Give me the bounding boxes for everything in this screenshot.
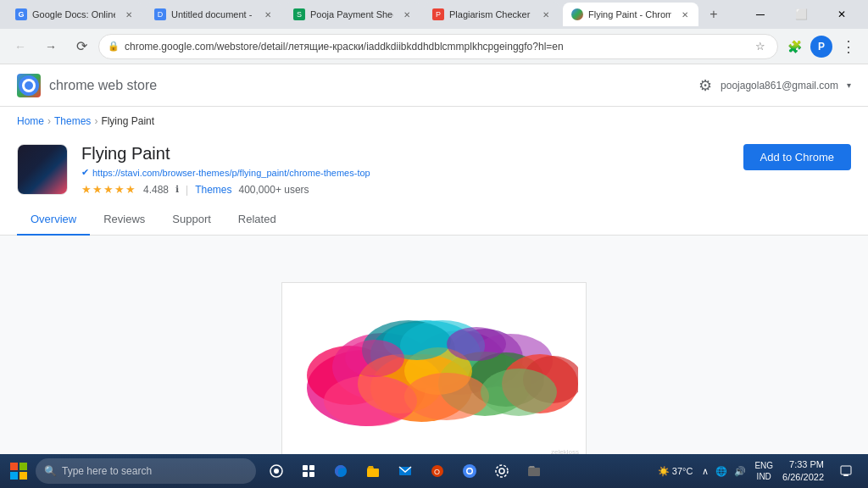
tab-support[interactable]: Support [159,204,225,236]
svg-rect-26 [10,463,18,470]
tab-overview[interactable]: Overview [17,204,90,236]
settings-taskbar-icon [494,463,509,479]
profile-button[interactable]: P [809,34,834,59]
taskbar-right: ☀️ 37°C ∧ 🌐 🔊 ENG IND 7:33 PM 6/26/2022 [654,456,865,486]
tab-related[interactable]: Related [225,204,290,236]
svg-rect-27 [19,463,27,470]
extension-icon-image [18,145,67,194]
folder-button[interactable] [519,456,549,486]
svg-point-2 [25,81,33,90]
tab-label-untitled: Untitled document - Google... [171,9,254,19]
network-icon[interactable]: 🌐 [713,464,730,479]
tab-flying-paint[interactable]: Flying Paint - Chrome Web S... ✕ [563,3,698,26]
svg-rect-46 [841,466,851,474]
cws-header: chrome web store ⚙ poojagola861@gmail.co… [0,64,868,107]
language-indicator[interactable]: ENG IND [752,460,776,482]
tab-google-docs[interactable]: G Google Docs: Online Docum... ✕ [7,3,142,26]
weather-icon: ☀️ [658,466,670,477]
mail-icon [398,463,413,479]
breadcrumb-themes[interactable]: Themes [54,115,91,127]
folder-icon [526,463,542,479]
new-tab-button[interactable]: + [702,3,726,26]
tab-label-pooja: Pooja Payment Sheet - Goo... [310,9,393,19]
office-icon: O [430,463,445,479]
breadcrumb-home[interactable]: Home [17,115,44,127]
svg-point-42 [468,469,472,474]
settings-icon[interactable]: ⚙ [698,76,712,95]
notification-button[interactable] [831,456,861,486]
tab-label-plagiarism: Plagiarism Checker - Free &... [449,9,532,19]
menu-button[interactable]: ⋮ [836,34,861,59]
taskview-button[interactable] [261,456,292,486]
tab-label-flying-paint: Flying Paint - Chrome Web S... [588,9,671,19]
taskbar-search-placeholder: Type here to search [62,465,152,477]
extensions-button[interactable]: 🧩 [782,34,807,59]
screenshot-container: zelekloss [281,282,587,460]
svg-point-44 [496,465,508,477]
minimize-button[interactable]: ─ [741,0,780,29]
back-button[interactable]: ← [7,33,34,60]
mail-button[interactable] [390,456,420,486]
extension-url-text: https://stavi.com/browser-themes/p/flyin… [92,168,370,178]
tab-close-untitled[interactable]: ✕ [263,9,273,20]
taskbar-search-icon: 🔍 [44,465,57,477]
svg-point-31 [274,469,279,474]
user-email[interactable]: poojagola861@gmail.com [721,80,838,92]
notification-icon [840,465,852,477]
close-button[interactable]: ✕ [822,0,861,29]
settings-taskbar-button[interactable] [487,456,517,486]
language-text: ENG [754,460,773,471]
user-dropdown-arrow[interactable]: ▾ [847,80,851,90]
taskbar-icons: O [261,456,549,486]
breadcrumb: Home › Themes › Flying Paint [0,107,868,136]
svg-point-25 [345,340,404,377]
rating-info-icon[interactable]: ℹ [175,184,179,195]
extension-tabs: Overview Reviews Support Related [0,204,868,236]
content-area: zelekloss [0,236,868,488]
rating-count: 4.488 [143,184,169,196]
add-to-chrome-button[interactable]: Add to Chrome [743,144,851,170]
cws-logo-text: chrome web store [49,78,157,93]
forward-button[interactable]: → [37,33,64,60]
file-explorer-button[interactable] [358,456,388,486]
extension-url[interactable]: ✔ https://stavi.com/browser-themes/p/fly… [81,167,730,178]
edge-button[interactable] [326,456,356,486]
extension-detail: Flying Paint ✔ https://stavi.com/browser… [0,136,868,204]
maximize-button[interactable]: ⬜ [782,0,821,29]
extension-info: Flying Paint ✔ https://stavi.com/browser… [81,144,730,196]
lock-icon: 🔒 [108,41,120,52]
tab-close-plagiarism[interactable]: ✕ [541,9,551,20]
svg-point-43 [499,469,504,474]
tab-pooja-sheet[interactable]: S Pooja Payment Sheet - Goo... ✕ [285,3,420,26]
profile-avatar[interactable]: P [810,36,832,58]
start-button[interactable] [3,456,34,486]
taskbar-search-box[interactable]: 🔍 Type here to search [36,458,256,484]
clock[interactable]: 7:33 PM 6/26/2022 [779,458,827,485]
taskview-icon [269,463,284,479]
reload-button[interactable]: ⟳ [68,33,95,60]
volume-icon[interactable]: 🔊 [732,464,748,479]
star-icon[interactable]: ☆ [752,40,769,53]
svg-text:O: O [434,468,440,476]
show-hidden-icons-button[interactable]: ∧ [699,464,711,479]
tab-plagiarism[interactable]: P Plagiarism Checker - Free &... ✕ [424,3,559,26]
address-right-icons: ☆ [752,40,769,53]
tab-favicon-untitled: D [154,8,166,20]
weather-widget[interactable]: ☀️ 37°C [654,466,697,477]
date-display: 6/26/2022 [782,471,824,484]
tab-reviews[interactable]: Reviews [90,204,159,236]
cws-logo-icon [17,74,41,97]
widgets-button[interactable] [293,456,324,486]
chrome-button[interactable] [454,456,485,486]
svg-point-22 [481,369,557,416]
office-button[interactable]: O [422,456,453,486]
system-tray: ∧ 🌐 🔊 [699,464,748,479]
tab-close-docs[interactable]: ✕ [124,9,134,20]
tab-close-flying-paint[interactable]: ✕ [680,9,690,20]
tab-untitled-doc[interactable]: D Untitled document - Google... ✕ [146,3,281,26]
nav-right-buttons: 🧩 P ⋮ [782,34,861,59]
svg-rect-33 [309,465,314,470]
category-link[interactable]: Themes [195,184,231,196]
tab-close-pooja[interactable]: ✕ [402,9,412,20]
address-bar[interactable]: 🔒 chrome.google.com/webstore/detail/летя… [98,34,778,59]
